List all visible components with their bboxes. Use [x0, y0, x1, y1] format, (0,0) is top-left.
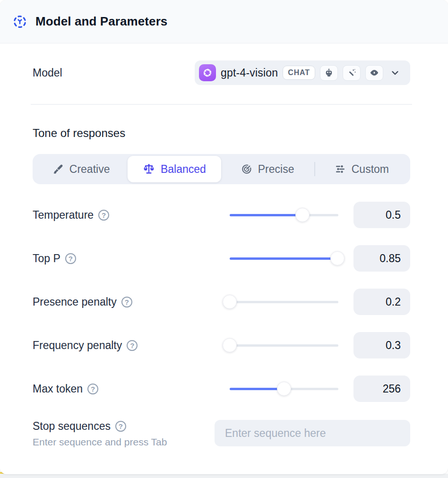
tone-heading: Tone of responses — [33, 127, 410, 140]
stop-sequences-hint: Enter sequence and press Tab — [33, 436, 167, 448]
slider-track — [230, 344, 338, 347]
model-label: Model — [33, 67, 62, 79]
vision-eye-icon — [365, 65, 383, 81]
page-title: Model and Parameters — [35, 14, 167, 29]
help-icon[interactable]: ? — [87, 384, 98, 394]
parameter-row-temperature: Temperature ? 0.5 — [33, 193, 410, 237]
help-icon[interactable]: ? — [121, 297, 132, 307]
parameter-row-frequency-penalty: Frequency penalty ? 0.3 — [33, 324, 410, 367]
frequency-penalty-slider[interactable] — [222, 338, 346, 353]
robot-icon — [320, 65, 338, 81]
tone-option-label: Creative — [69, 163, 110, 176]
openai-logo — [199, 64, 216, 81]
model-type-badge: CHAT — [283, 66, 315, 80]
parameter-label: Top P — [33, 252, 60, 265]
model-select[interactable]: gpt-4-vision CHAT — [195, 60, 410, 85]
presence-penalty-value[interactable]: 0.2 — [353, 289, 410, 315]
stop-sequences-row: Stop sequences ? Enter sequence and pres… — [33, 420, 410, 448]
parameter-row-max-token: Max token ? 256 — [33, 367, 410, 410]
max-token-value[interactable]: 256 — [353, 376, 410, 402]
target-dart-icon — [241, 163, 252, 175]
tone-option-precise[interactable]: Precise — [221, 156, 314, 182]
background-bottom-strip — [0, 474, 448, 478]
slider-thumb[interactable] — [223, 295, 237, 309]
chevron-down-icon — [390, 68, 400, 78]
parameter-row-presence-penalty: Presence penalty ? 0.2 — [33, 280, 410, 324]
slider-thumb[interactable] — [223, 338, 237, 352]
model-scope-icon — [12, 14, 27, 29]
section-divider — [31, 104, 412, 105]
slider-track — [230, 301, 338, 303]
slider-fill — [230, 257, 337, 260]
model-name: gpt-4-vision — [221, 67, 278, 79]
parameter-label: Frequency penalty — [33, 339, 122, 352]
slider-thumb[interactable] — [295, 208, 310, 222]
top-p-slider[interactable] — [222, 251, 346, 266]
slider-fill — [230, 214, 302, 216]
max-token-slider[interactable] — [222, 381, 346, 396]
tone-option-balanced[interactable]: Balanced — [128, 156, 221, 182]
help-icon[interactable]: ? — [127, 340, 138, 351]
presence-penalty-slider[interactable] — [222, 294, 346, 309]
tone-option-creative[interactable]: Creative — [34, 156, 128, 182]
parameter-row-top-p: Top P ? 0.85 — [33, 237, 410, 280]
parameters-list: Temperature ? 0.5 Top P ? — [33, 193, 410, 410]
parameter-label: Max token — [33, 383, 83, 395]
parameter-label: Presence penalty — [33, 296, 117, 308]
slider-fill — [230, 388, 284, 390]
parameter-label: Temperature — [33, 209, 94, 222]
tone-option-custom[interactable]: Custom — [315, 156, 408, 182]
top-p-value[interactable]: 0.85 — [353, 245, 410, 272]
temperature-slider[interactable] — [222, 207, 346, 222]
tone-segmented-control: Creative Balanced — [33, 154, 410, 184]
temperature-value[interactable]: 0.5 — [353, 202, 410, 228]
frequency-penalty-value[interactable]: 0.3 — [353, 332, 410, 358]
paintbrush-icon — [52, 163, 64, 175]
help-icon[interactable]: ? — [115, 421, 126, 432]
help-icon[interactable]: ? — [65, 253, 76, 264]
stop-sequences-label: Stop sequences — [33, 420, 111, 433]
slider-thumb[interactable] — [277, 382, 291, 396]
tone-option-label: Custom — [352, 163, 389, 176]
slider-thumb[interactable] — [330, 251, 345, 265]
model-row: Model gpt-4-vision — [33, 60, 410, 85]
help-icon[interactable]: ? — [98, 210, 109, 221]
tone-option-label: Precise — [258, 163, 294, 176]
sliders-icon — [335, 163, 346, 175]
panel-header: Model and Parameters — [0, 0, 448, 43]
balance-scale-icon — [143, 163, 155, 175]
stop-sequence-input[interactable] — [215, 420, 410, 446]
magic-wand-icon — [343, 65, 361, 81]
tone-option-label: Balanced — [161, 163, 206, 176]
model-parameters-panel: Model and Parameters Model — [0, 0, 448, 474]
